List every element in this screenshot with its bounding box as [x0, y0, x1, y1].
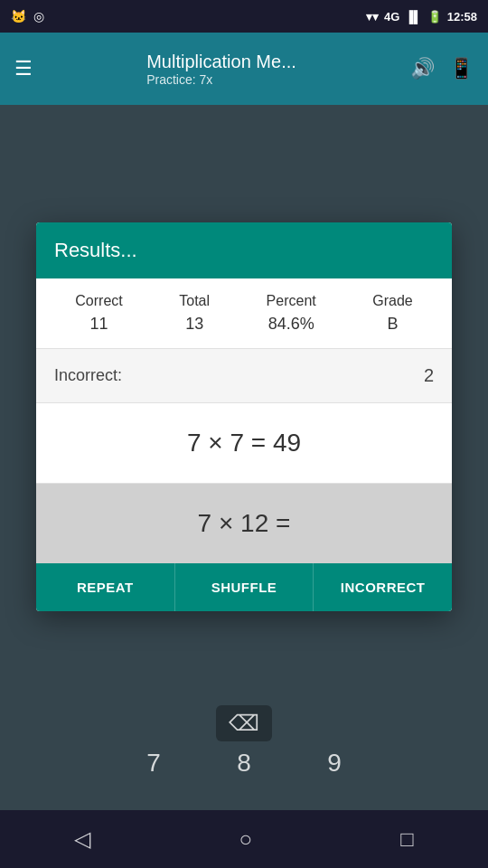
key-9: 9: [298, 749, 371, 778]
percent-value: 84.6%: [268, 315, 314, 334]
repeat-button[interactable]: REPEAT: [36, 563, 175, 611]
app-bar-center: Multiplication Me... Practice: 7x: [146, 52, 296, 87]
signal-icon: ▐▌: [405, 10, 421, 24]
time-display: 12:58: [447, 10, 477, 24]
correct-col: Correct 11: [75, 293, 122, 334]
results-row: Correct 11 Total 13 Percent 84.6% Grade …: [36, 278, 452, 349]
shuffle-button[interactable]: SHUFFLE: [175, 563, 314, 611]
signal-bars: 4G: [384, 10, 399, 24]
status-left-icons: 🐱 ◎: [11, 9, 44, 24]
total-value: 13: [185, 315, 203, 334]
sound-icon[interactable]: 🔊: [410, 57, 435, 80]
grade-value: B: [387, 315, 398, 334]
dialog-actions: REPEAT SHUFFLE INCORRECT: [36, 563, 452, 611]
total-label: Total: [179, 293, 210, 309]
phone-rotate-icon[interactable]: 📱: [449, 57, 474, 80]
percent-col: Percent 84.6%: [267, 293, 316, 334]
recent-nav-icon[interactable]: □: [400, 826, 414, 852]
app-subtitle: Practice: 7x: [146, 72, 212, 87]
incorrect-label: Incorrect:: [54, 366, 122, 385]
equation-1-row: 7 × 7 = 49: [36, 403, 452, 484]
dialog-header: Results...: [36, 222, 452, 278]
correct-value: 11: [89, 315, 108, 334]
key-8: 8: [208, 749, 280, 778]
wifi-icon: ▾▾: [366, 10, 379, 24]
correct-label: Correct: [75, 293, 122, 309]
status-bar: 🐱 ◎ ▾▾ 4G ▐▌ 🔋 12:58: [0, 0, 488, 33]
app-bar-icons: 🔊 📱: [410, 57, 474, 80]
background-keyboard: ⌫ 7 8 9: [0, 705, 488, 778]
equation-2-text: 7 × 12 =: [198, 509, 291, 538]
grade-col: Grade B: [372, 293, 412, 334]
keyboard-delete-row: ⌫: [0, 705, 488, 741]
incorrect-row: Incorrect: 2: [36, 349, 452, 403]
home-nav-icon[interactable]: ○: [239, 826, 252, 852]
delete-key: ⌫: [216, 705, 272, 741]
grade-label: Grade: [372, 293, 412, 309]
dialog-title: Results...: [54, 239, 137, 261]
equation-1-text: 7 × 7 = 49: [187, 429, 301, 458]
percent-label: Percent: [267, 293, 316, 309]
keyboard-number-row: 7 8 9: [0, 749, 488, 778]
incorrect-button[interactable]: INCORRECT: [314, 563, 452, 611]
back-nav-icon[interactable]: ◁: [74, 826, 90, 852]
equation-2-row: 7 × 12 =: [36, 484, 452, 563]
background-content: Results... Correct 11 Total 13 Percent 8…: [0, 105, 488, 868]
key-7: 7: [117, 749, 190, 778]
app-bar: ☰ Multiplication Me... Practice: 7x 🔊 📱: [0, 33, 488, 105]
battery-icon: 🔋: [427, 10, 442, 24]
circle-icon: ◎: [33, 9, 44, 24]
cat-icon: 🐱: [11, 9, 26, 24]
bottom-nav: ◁ ○ □: [0, 810, 488, 868]
total-col: Total 13: [179, 293, 210, 334]
app-title: Multiplication Me...: [146, 52, 296, 72]
menu-icon[interactable]: ☰: [14, 57, 33, 80]
incorrect-count: 2: [424, 365, 434, 386]
results-dialog: Results... Correct 11 Total 13 Percent 8…: [36, 222, 452, 611]
status-right-icons: ▾▾ 4G ▐▌ 🔋 12:58: [366, 10, 477, 24]
